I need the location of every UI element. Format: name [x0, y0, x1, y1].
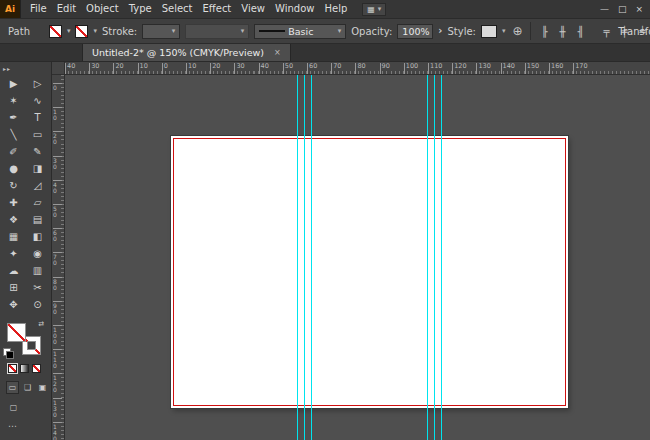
horizontal-ruler[interactable]: 4030201001020304050607080901001101201301…	[52, 62, 650, 75]
menu-effect[interactable]: Effect	[198, 0, 237, 18]
artboard-red-outline	[173, 138, 566, 406]
slice-tool[interactable]: ✂	[26, 279, 50, 296]
stroke-width-dropdown[interactable]: ▾	[142, 24, 180, 39]
chevron-down-icon[interactable]: ▾	[67, 28, 71, 35]
illustrator-window: Ai FileEditObjectTypeSelectEffectViewWin…	[0, 0, 650, 440]
align-horizontal-center-icon[interactable]: ╫	[556, 26, 570, 37]
none-button[interactable]	[32, 364, 41, 373]
guide-line[interactable]	[434, 75, 435, 440]
width-tool[interactable]: ✚	[2, 194, 26, 211]
artboard[interactable]	[171, 136, 568, 408]
pen-tool[interactable]: ✒	[2, 109, 26, 126]
style-swatch[interactable]	[481, 25, 497, 38]
rectangle-tool[interactable]: ▭	[26, 126, 50, 143]
align-vertical-top-icon[interactable]: ╤	[600, 26, 614, 37]
menu-file[interactable]: File	[25, 0, 52, 18]
swap-fill-stroke-icon[interactable]: ⇄	[38, 320, 44, 328]
type-tool[interactable]: T	[26, 109, 50, 126]
restore-button[interactable]: □	[618, 4, 627, 14]
brush-definition-dropdown[interactable]: Basic ▾	[254, 24, 346, 39]
app-logo[interactable]: Ai	[0, 0, 21, 18]
fill-color-swatch[interactable]	[49, 25, 62, 38]
menu-object[interactable]: Object	[81, 0, 124, 18]
chevron-down-icon[interactable]: ▾	[502, 28, 506, 35]
screen-mode-button[interactable]: ▢	[7, 401, 20, 414]
rotate-tool[interactable]: ↻	[2, 177, 26, 194]
minimize-button[interactable]: —	[600, 4, 609, 14]
brush-name: Basic	[288, 26, 313, 37]
document-tab[interactable]: Untitled-2* @ 150% (CMYK/Preview) ×	[82, 44, 291, 61]
fill-indicator[interactable]	[7, 323, 26, 342]
guide-line[interactable]	[441, 75, 442, 440]
h-ruler-label: 80	[355, 63, 365, 74]
default-fill-stroke-icon[interactable]	[3, 348, 14, 359]
align-horizontal-left-icon[interactable]: ╟	[538, 26, 552, 37]
menu-select[interactable]: Select	[157, 0, 198, 18]
lasso-tool[interactable]: ∿	[26, 92, 50, 109]
collapse-panel-icon[interactable]: ▸▸	[0, 62, 51, 75]
v-ruler-label: 1 2 0	[53, 373, 62, 393]
menu-window[interactable]: Window	[270, 0, 319, 18]
line-segment-tool[interactable]: ╲	[2, 126, 26, 143]
guide-line[interactable]	[311, 75, 312, 440]
h-ruler-label: 40	[65, 63, 75, 74]
h-ruler-label: 20	[113, 63, 123, 74]
mesh-tool[interactable]: ▦	[2, 228, 26, 245]
artboard-tool[interactable]: ⊞	[2, 279, 26, 296]
ruler-origin-corner[interactable]	[52, 62, 65, 75]
zoom-tool[interactable]: ⊙	[26, 296, 50, 313]
canvas-area[interactable]	[65, 75, 650, 440]
vertical-ruler[interactable]: 01 02 03 04 05 06 07 08 09 01 0 01 1 01 …	[52, 75, 65, 440]
color-button[interactable]	[8, 364, 17, 373]
h-ruler-label: 140	[501, 63, 515, 74]
opacity-input[interactable]: 100%	[397, 24, 433, 39]
perspective-grid-tool[interactable]: ▤	[26, 211, 50, 228]
draw-behind-button[interactable]: ❏	[21, 381, 34, 394]
menu-help[interactable]: Help	[319, 0, 352, 18]
toolbar-ellipsis[interactable]: ⋯	[8, 421, 51, 431]
magic-wand-tool[interactable]: ✶	[2, 92, 26, 109]
align-horizontal-right-icon[interactable]: ╢	[574, 26, 588, 37]
draw-normal-button[interactable]: ▭	[6, 381, 19, 394]
opacity-panel-chevron-icon[interactable]: ›	[438, 26, 442, 36]
chevron-down-icon[interactable]: ▾	[93, 28, 97, 35]
eraser-tool[interactable]: ◨	[26, 160, 50, 177]
draw-inside-button[interactable]: ▣	[36, 381, 49, 394]
guide-line[interactable]	[297, 75, 298, 440]
guide-line[interactable]	[427, 75, 428, 440]
window-controls: — □ ×	[600, 4, 643, 14]
gradient-button[interactable]	[20, 364, 29, 373]
symbol-sprayer-tool[interactable]: ☁	[2, 262, 26, 279]
v-ruler-label: 0	[53, 83, 62, 91]
column-graph-tool[interactable]: ▥	[26, 262, 50, 279]
tab-close-icon[interactable]: ×	[274, 48, 281, 57]
blend-tool[interactable]: ◉	[26, 245, 50, 262]
v-ruler-label: 2 0	[53, 131, 62, 145]
menu-edit[interactable]: Edit	[52, 0, 81, 18]
gradient-tool[interactable]: ◧	[26, 228, 50, 245]
h-ruler-label: 60	[307, 63, 317, 74]
h-ruler-label: 20	[210, 63, 220, 74]
scale-tool[interactable]: ◿	[26, 177, 50, 194]
pencil-tool[interactable]: ✎	[26, 143, 50, 160]
guide-line[interactable]	[304, 75, 305, 440]
hand-tool[interactable]: ✥	[2, 296, 26, 313]
free-transform-tool[interactable]: ▱	[26, 194, 50, 211]
menu-view[interactable]: View	[236, 0, 270, 18]
menu-type[interactable]: Type	[124, 0, 157, 18]
document-setup-icon[interactable]: ⊕	[512, 24, 522, 38]
eyedropper-tool[interactable]: ✦	[2, 245, 26, 262]
selection-tool[interactable]: ▶	[2, 75, 26, 92]
document-tab-title: Untitled-2* @ 150% (CMYK/Preview)	[92, 47, 264, 58]
workspace-switcher[interactable]: ▦ ▾	[362, 3, 386, 16]
v-ruler-label: 9 0	[53, 301, 62, 315]
stroke-color-swatch[interactable]	[75, 25, 88, 38]
separator	[530, 22, 531, 40]
close-button[interactable]: ×	[635, 4, 643, 14]
direct-selection-tool[interactable]: ▷	[26, 75, 50, 92]
v-ruler-label: 1 3 0	[53, 398, 62, 418]
paintbrush-tool[interactable]: ✐	[2, 143, 26, 160]
blob-brush-tool[interactable]: ●	[2, 160, 26, 177]
transform-label[interactable]: Transform	[618, 26, 650, 37]
shape-builder-tool[interactable]: ❖	[2, 211, 26, 228]
